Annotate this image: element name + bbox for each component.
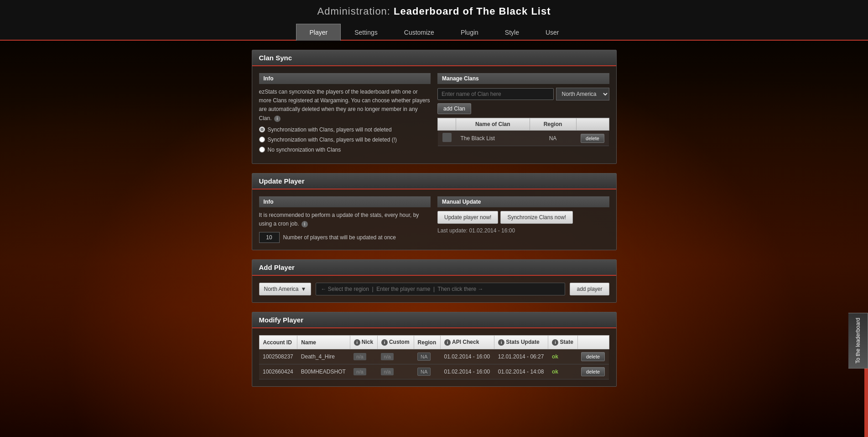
radio-no-sync-label: No synchronization with Clans	[268, 147, 341, 153]
dropdown-arrow-icon: ▼	[301, 286, 307, 292]
num-players-row: Number of players that will be updated a…	[259, 232, 431, 243]
clan-input-row: North America Europe Asia South America	[437, 88, 609, 100]
col-nick: iNick	[350, 336, 377, 349]
update-player-info-text: It is recommended to perform a update of…	[259, 211, 431, 228]
manage-clans-box: Manage Clans North America Europe Asia S…	[437, 73, 609, 157]
region-badge: NA	[417, 368, 431, 376]
player-stats-update: 01.02.2014 - 14:08	[494, 364, 548, 379]
update-player-now-button[interactable]: Update player now!	[437, 211, 498, 224]
update-player-info-box: Info It is recommended to perform a upda…	[259, 196, 431, 243]
update-player-header: Update Player	[252, 174, 616, 190]
player-delete-button[interactable]: delete	[581, 352, 605, 361]
add-player-panel: Add Player North America ▼ add player	[252, 259, 617, 303]
nick-info-icon[interactable]: i	[354, 339, 360, 346]
col-state: iState	[548, 336, 577, 349]
clan-icon-cell	[438, 131, 456, 146]
custom-info-icon[interactable]: i	[381, 339, 388, 346]
players-table: Account ID Name iNick iCustom Region iAP…	[259, 335, 609, 379]
clan-name-input[interactable]	[437, 88, 554, 100]
radio-delete: Synchronization with Clans, players will…	[259, 137, 431, 143]
nav-item-customize[interactable]: Customize	[391, 24, 447, 41]
header: Administration: Leaderboard of The Black…	[0, 0, 868, 41]
custom-badge: n/a	[381, 368, 393, 375]
modify-player-panel: Modify Player Account ID Name iNick iCus…	[252, 312, 617, 387]
title-prefix: Administration:	[317, 5, 390, 17]
player-custom: n/a	[377, 364, 414, 379]
player-stats-update: 12.01.2014 - 06:27	[494, 349, 548, 364]
stats-update-info-icon[interactable]: i	[498, 339, 504, 346]
player-state: ok	[548, 349, 577, 364]
clan-table-col-action	[576, 118, 609, 131]
synchronize-clans-now-button[interactable]: Synchronize Clans now!	[500, 211, 573, 224]
clan-sync-info-box: Info ezStats can syncronize the players …	[259, 73, 431, 157]
nav-bar: PlayerSettingsCustomizePluginStyleUser	[0, 23, 868, 40]
players-table-header: Account ID Name iNick iCustom Region iAP…	[259, 336, 609, 349]
clan-sync-panel: Clan Sync Info ezStats can syncronize th…	[252, 50, 617, 164]
clan-sync-info-title: Info	[259, 73, 431, 84]
add-clan-button[interactable]: add Clan	[437, 103, 471, 114]
nav-item-settings[interactable]: Settings	[342, 24, 390, 41]
player-table-row: 1002660424 B00MHEADSHOT n/a n/a NA 01.02…	[259, 364, 609, 379]
modify-player-header: Modify Player	[252, 312, 616, 328]
add-player-body: North America ▼ add player	[252, 276, 616, 302]
clan-region-select[interactable]: North America Europe Asia South America	[556, 88, 609, 100]
player-region: NA	[414, 364, 440, 379]
col-name: Name	[297, 336, 350, 349]
radio-no-sync: No synchronization with Clans	[259, 147, 431, 153]
nav-item-player[interactable]: Player	[296, 24, 341, 41]
radio-delete-input[interactable]	[259, 137, 265, 142]
state-badge: ok	[552, 369, 558, 375]
add-player-region-select[interactable]: North America ▼	[259, 283, 312, 295]
radio-no-sync-input[interactable]	[259, 147, 265, 153]
clan-table-header-row: Name of Clan Region	[438, 118, 609, 131]
nav-item-user[interactable]: User	[533, 24, 572, 41]
manual-update-title: Manual Update	[437, 196, 609, 207]
clan-table-col-icon	[438, 118, 456, 131]
player-nick: n/a	[350, 364, 377, 379]
region-label: North America	[264, 286, 299, 292]
clan-sync-info-icon[interactable]: i	[274, 116, 281, 122]
clan-delete-cell: delete	[576, 131, 609, 146]
player-account-id: 1002508237	[259, 349, 297, 364]
player-custom: n/a	[377, 349, 414, 364]
update-player-info-icon[interactable]: i	[301, 221, 308, 227]
state-info-icon[interactable]: i	[552, 339, 558, 346]
clan-icon	[442, 133, 452, 142]
player-account-id: 1002660424	[259, 364, 297, 379]
last-update-text: Last update: 01.02.2014 - 16:00	[437, 227, 609, 234]
nav-item-style[interactable]: Style	[492, 24, 532, 41]
manual-update-box: Manual Update Update player now! Synchro…	[437, 196, 609, 243]
radio-no-delete-input[interactable]	[259, 126, 265, 132]
player-name-input[interactable]	[316, 283, 565, 295]
clan-sync-info-text: ezStats can syncronize the players of th…	[259, 88, 431, 123]
manage-clans-title: Manage Clans	[437, 73, 609, 84]
add-player-header: Add Player	[252, 260, 616, 276]
region-badge: NA	[417, 353, 431, 361]
num-players-input[interactable]	[259, 232, 280, 243]
player-region: NA	[414, 349, 440, 364]
clan-name-cell: The Black List	[456, 131, 530, 146]
player-api-check: 01.02.2014 - 16:00	[440, 364, 494, 379]
to-leaderboard-button[interactable]: To the leaderboard	[848, 313, 868, 369]
player-delete-button[interactable]: delete	[581, 367, 605, 376]
col-account-id: Account ID	[259, 336, 297, 349]
col-api-check: iAPI Check	[440, 336, 494, 349]
nav-item-plugin[interactable]: Plugin	[448, 24, 491, 41]
player-nick: n/a	[350, 349, 377, 364]
col-custom: iCustom	[377, 336, 414, 349]
update-btns: Update player now! Synchronize Clans now…	[437, 211, 609, 224]
clan-delete-button[interactable]: delete	[581, 134, 604, 143]
update-player-panel: Update Player Info It is recommended to …	[252, 173, 617, 250]
page-title: Administration: Leaderboard of The Black…	[0, 5, 868, 23]
clan-table-col-name: Name of Clan	[456, 118, 530, 131]
col-region: Region	[414, 336, 440, 349]
clan-sync-header: Clan Sync	[252, 50, 616, 66]
add-player-button[interactable]: add player	[570, 283, 609, 295]
clan-table: Name of Clan Region The Black List NA de…	[437, 118, 609, 146]
radio-no-delete-label: Synchronization with Clans, players will…	[268, 126, 392, 133]
update-player-info-title: Info	[259, 196, 431, 207]
player-name: Death_4_Hire	[297, 349, 350, 364]
clan-region-cell: NA	[530, 131, 576, 146]
api-check-info-icon[interactable]: i	[444, 339, 451, 346]
title-main: Leaderboard of The Black List	[394, 5, 551, 17]
